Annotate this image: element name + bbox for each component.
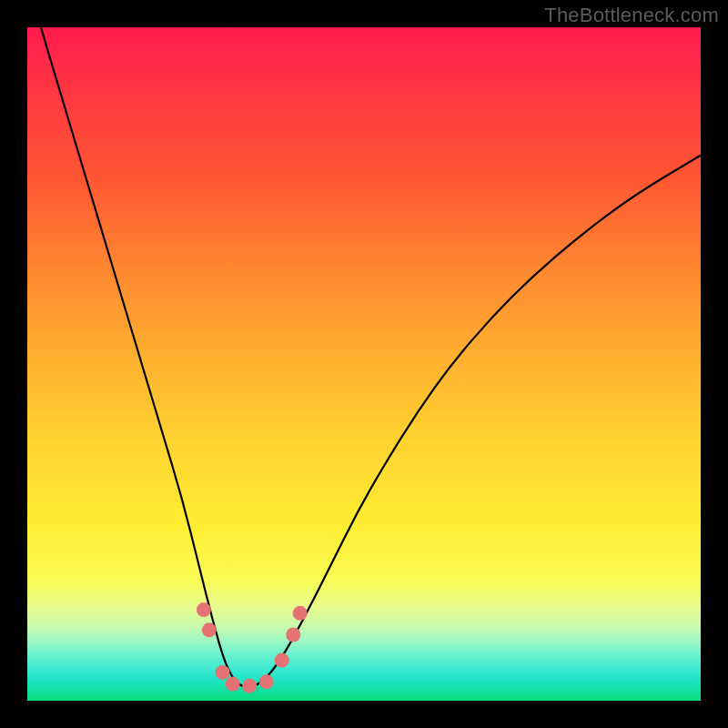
curve-marker bbox=[226, 677, 240, 692]
curve-marker bbox=[242, 679, 257, 693]
watermark-text: TheBottleneck.com bbox=[544, 4, 719, 27]
curve-marker bbox=[197, 602, 211, 617]
curve-marker bbox=[202, 622, 217, 637]
bottleneck-curve bbox=[27, 27, 701, 687]
curve-marker bbox=[275, 653, 289, 668]
curve-svg bbox=[27, 27, 701, 701]
outer-frame: TheBottleneck.com bbox=[0, 0, 728, 728]
curve-marker bbox=[286, 628, 300, 642]
curve-marker bbox=[216, 665, 230, 680]
marker-group bbox=[197, 602, 308, 693]
plot-area bbox=[27, 27, 701, 701]
curve-marker bbox=[259, 674, 274, 689]
curve-marker bbox=[293, 606, 308, 621]
